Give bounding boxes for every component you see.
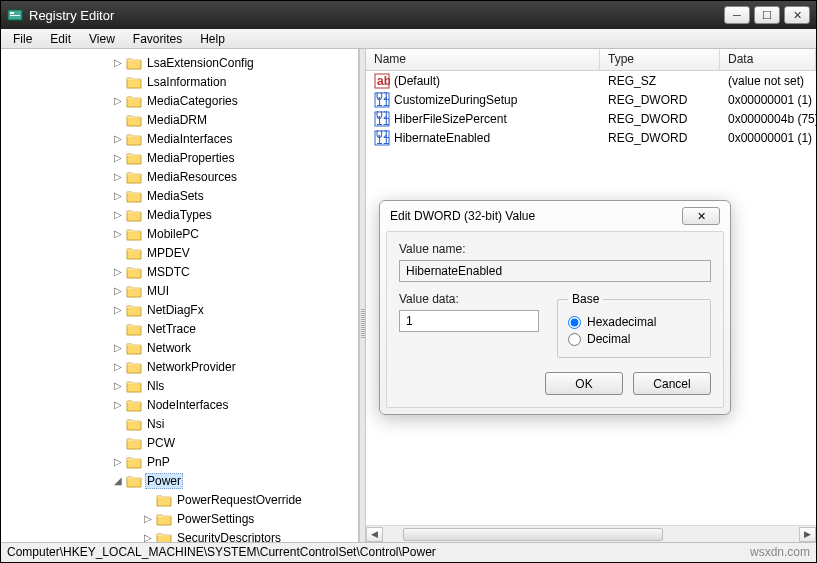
list-row[interactable]: HiberFileSizePercentREG_DWORD0x0000004b … [366,109,816,128]
tree-node[interactable]: ◢Power [1,471,358,490]
tree-node[interactable]: ▷MediaSets [1,186,358,205]
tree-node[interactable]: ▷Network [1,338,358,357]
tree-node[interactable]: ▷MUI [1,281,358,300]
expand-icon[interactable]: ▷ [111,304,125,315]
expand-icon[interactable]: ▷ [111,228,125,239]
col-name[interactable]: Name [366,49,600,70]
tree-node[interactable]: ▷MediaTypes [1,205,358,224]
expand-icon[interactable]: ▷ [111,57,125,68]
tree-label: NetDiagFx [145,303,206,317]
tree-node[interactable]: ▷MobilePC [1,224,358,243]
menu-view[interactable]: View [81,30,123,48]
expand-icon[interactable]: ▷ [111,361,125,372]
tree-node[interactable]: ▷NetDiagFx [1,300,358,319]
close-button[interactable]: ✕ [784,6,810,24]
menu-help[interactable]: Help [192,30,233,48]
tree-label: LsaInformation [145,75,228,89]
tree-node[interactable]: NetTrace [1,319,358,338]
value-name-input[interactable] [399,260,711,282]
folder-icon [126,75,142,89]
folder-icon [126,284,142,298]
expand-icon[interactable]: ◢ [111,475,125,486]
cancel-button[interactable]: Cancel [633,372,711,395]
expand-icon[interactable]: ▷ [111,266,125,277]
expand-icon[interactable]: ▷ [111,342,125,353]
expand-icon[interactable]: ▷ [111,171,125,182]
expand-icon[interactable]: ▷ [111,133,125,144]
value-type: REG_DWORD [600,112,720,126]
tree-node[interactable]: PCW [1,433,358,452]
tree-label: NetTrace [145,322,198,336]
status-path: Computer\HKEY_LOCAL_MACHINE\SYSTEM\Curre… [7,545,436,560]
tree-node[interactable]: Nsi [1,414,358,433]
tree-label: MediaSets [145,189,206,203]
scroll-thumb[interactable] [403,528,663,541]
folder-icon [126,398,142,412]
tree-label: NetworkProvider [145,360,238,374]
value-type-icon [374,111,390,127]
tree-label: SecurityDescriptors [175,531,283,543]
scroll-left-icon[interactable]: ◀ [366,527,383,542]
tree-node[interactable]: MPDEV [1,243,358,262]
folder-icon [126,265,142,279]
folder-icon [126,151,142,165]
tree-node[interactable]: ▷MediaResources [1,167,358,186]
value-data-input[interactable] [399,310,539,332]
tree-label: MediaResources [145,170,239,184]
folder-icon [126,132,142,146]
folder-icon [156,493,172,507]
tree-node[interactable]: ▷NetworkProvider [1,357,358,376]
tree-node[interactable]: ▷NodeInterfaces [1,395,358,414]
list-row[interactable]: (Default)REG_SZ(value not set) [366,71,816,90]
menu-favorites[interactable]: Favorites [125,30,190,48]
tree-pane[interactable]: ▷LsaExtensionConfigLsaInformation▷MediaC… [1,49,359,542]
list-row[interactable]: HibernateEnabledREG_DWORD0x00000001 (1) [366,128,816,147]
folder-icon [126,227,142,241]
tree-node[interactable]: ▷PnP [1,452,358,471]
value-data: 0x00000001 (1) [720,131,816,145]
list-row[interactable]: CustomizeDuringSetupREG_DWORD0x00000001 … [366,90,816,109]
col-data[interactable]: Data [720,49,816,70]
tree-node[interactable]: ▷SecurityDescriptors [1,528,358,542]
minimize-button[interactable]: ─ [724,6,750,24]
tree-node[interactable]: LsaInformation [1,72,358,91]
tree-node[interactable]: ▷MSDTC [1,262,358,281]
tree-node[interactable]: ▷MediaProperties [1,148,358,167]
expand-icon[interactable]: ▷ [111,285,125,296]
expand-icon[interactable]: ▷ [141,513,155,524]
radio-dec[interactable]: Decimal [568,332,700,346]
menu-edit[interactable]: Edit [42,30,79,48]
tree-node[interactable]: ▷LsaExtensionConfig [1,53,358,72]
col-type[interactable]: Type [600,49,720,70]
expand-icon[interactable]: ▷ [111,190,125,201]
scroll-right-icon[interactable]: ▶ [799,527,816,542]
tree-label: MPDEV [145,246,192,260]
tree-node[interactable]: MediaDRM [1,110,358,129]
ok-button[interactable]: OK [545,372,623,395]
list-header: Name Type Data [366,49,816,71]
splitter[interactable] [359,49,366,542]
tree-node[interactable]: ▷Nls [1,376,358,395]
expand-icon[interactable]: ▷ [111,399,125,410]
value-type: REG_DWORD [600,93,720,107]
expand-icon[interactable]: ▷ [111,456,125,467]
tree-label: MediaInterfaces [145,132,234,146]
expand-icon[interactable]: ▷ [111,95,125,106]
expand-icon[interactable]: ▷ [111,209,125,220]
horizontal-scrollbar[interactable]: ◀ ▶ [366,525,816,542]
tree-node[interactable]: ▷PowerSettings [1,509,358,528]
tree-node[interactable]: ▷MediaCategories [1,91,358,110]
tree-node[interactable]: ▷MediaInterfaces [1,129,358,148]
watermark: wsxdn.com [750,545,810,560]
tree-node[interactable]: PowerRequestOverride [1,490,358,509]
expand-icon[interactable]: ▷ [111,380,125,391]
maximize-button[interactable]: ☐ [754,6,780,24]
radio-hex[interactable]: Hexadecimal [568,315,700,329]
expand-icon[interactable]: ▷ [141,532,155,542]
menu-file[interactable]: File [5,30,40,48]
dialog-close-button[interactable]: ✕ [682,207,720,225]
expand-icon[interactable]: ▷ [111,152,125,163]
folder-icon [126,436,142,450]
tree-label: LsaExtensionConfig [145,56,256,70]
folder-icon [156,512,172,526]
